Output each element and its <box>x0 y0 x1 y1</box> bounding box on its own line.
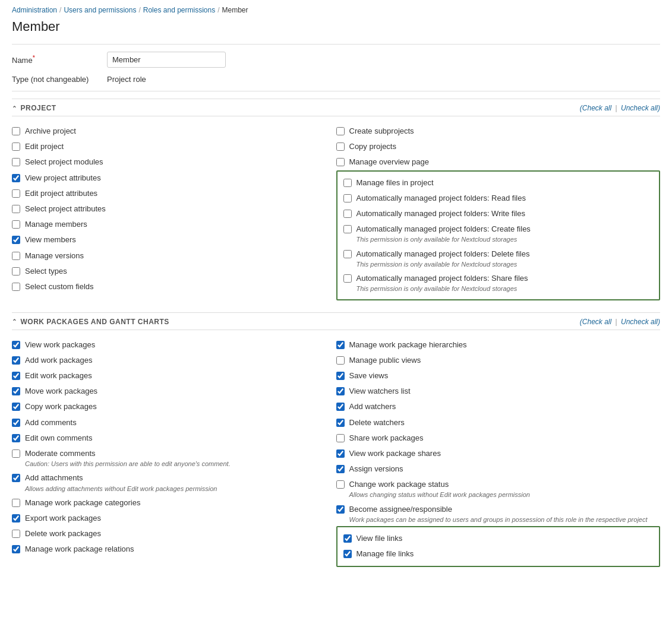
name-input-container <box>107 52 226 68</box>
checkbox-manage_versions[interactable] <box>12 252 20 260</box>
checkbox-manage_files_in_project[interactable] <box>343 179 352 187</box>
perm-label-manage_overview_page: Manage overview page <box>349 157 429 167</box>
breadcrumb-users-permissions[interactable]: Users and permissions <box>64 6 136 14</box>
perm-label-auto_managed_share: Automatically managed project folders: S… <box>356 273 528 284</box>
breadcrumb-admin[interactable]: Administration <box>12 6 57 14</box>
perm-item-export_work_packages: Export work packages <box>12 511 336 526</box>
checkbox-share_work_packages[interactable] <box>336 434 345 442</box>
checkbox-delete_watchers[interactable] <box>336 419 345 427</box>
perm-label-manage_wp_hierarchies: Manage work package hierarchies <box>349 340 467 350</box>
checkbox-assign_versions[interactable] <box>336 465 345 473</box>
perm-item-add_work_packages: Add work packages <box>12 353 336 368</box>
perm-label-edit_project: Edit project <box>25 141 64 152</box>
perm-item-become_assignee: Become assignee/responsibleWork packages… <box>336 502 661 526</box>
checkbox-create_subprojects[interactable] <box>336 127 345 135</box>
perm-item-view_work_packages: View work packages <box>12 337 336 353</box>
name-input[interactable] <box>107 52 226 68</box>
uncheck-all-work_packages[interactable]: Uncheck all) <box>621 318 660 326</box>
checkbox-view_work_packages[interactable] <box>12 341 20 349</box>
perm-label-add_attachments: Add attachments <box>25 473 217 483</box>
type-value: Project role <box>107 75 146 84</box>
checkbox-auto_managed_delete[interactable] <box>343 250 352 258</box>
checkbox-change_wp_status[interactable] <box>336 480 345 489</box>
perm-item-view_wp_shares: View work package shares <box>336 446 661 461</box>
breadcrumb-roles-permissions[interactable]: Roles and permissions <box>143 6 215 14</box>
checkbox-add_attachments[interactable] <box>12 474 20 482</box>
perm-item-manage_overview_page: Manage overview page <box>336 154 661 170</box>
form-divider <box>12 91 660 91</box>
section-actions-work_packages: (Check all | Uncheck all) <box>580 318 660 326</box>
perm-item-change_wp_status: Change work package statusAllows changin… <box>336 477 661 501</box>
checkbox-view_file_links[interactable] <box>343 534 352 543</box>
perm-item-manage_versions: Manage versions <box>12 248 336 264</box>
check-all-work_packages[interactable]: (Check all <box>580 318 611 326</box>
checkbox-edit_project[interactable] <box>12 142 20 151</box>
checkbox-select_types[interactable] <box>12 267 20 276</box>
name-field-row: Name* <box>12 52 660 68</box>
checkbox-add_comments[interactable] <box>12 419 20 427</box>
checkbox-auto_managed_write[interactable] <box>343 210 352 218</box>
perm-label-auto_managed_write: Automatically managed project folders: W… <box>356 208 525 219</box>
checkbox-manage_file_links[interactable] <box>343 550 352 558</box>
perm-item-manage_files_in_project: Manage files in project <box>343 175 654 191</box>
perm-item-add_attachments: Add attachmentsAllows adding attachments… <box>12 470 336 495</box>
perm-label-select_custom_fields: Select custom fields <box>25 281 94 292</box>
perm-label-view_members: View members <box>25 235 76 245</box>
checkbox-manage_members[interactable] <box>12 220 20 229</box>
perm-label-auto_managed_delete: Automatically managed project folders: D… <box>356 249 530 259</box>
checkbox-move_work_packages[interactable] <box>12 387 20 395</box>
perm-label-manage_members: Manage members <box>25 219 87 230</box>
checkbox-archive_project[interactable] <box>12 127 20 135</box>
checkbox-add_watchers[interactable] <box>336 403 345 411</box>
perm-label-change_wp_status: Change work package status <box>349 479 530 490</box>
checkbox-select_project_attributes[interactable] <box>12 205 20 213</box>
checkbox-manage_overview_page[interactable] <box>336 158 345 166</box>
uncheck-all-project[interactable]: Uncheck all) <box>621 104 660 112</box>
perm-item-moderate_comments: Moderate commentsCaution: Users with thi… <box>12 446 336 470</box>
perm-item-auto_managed_share: Automatically managed project folders: S… <box>343 271 654 295</box>
checkbox-manage_wp_categories[interactable] <box>12 499 20 507</box>
permissions-grid-work_packages: View work packagesAdd work packagesEdit … <box>12 337 660 567</box>
checkbox-delete_work_packages[interactable] <box>12 530 20 538</box>
perm-item-add_watchers: Add watchers <box>336 399 661 414</box>
checkbox-edit_own_comments[interactable] <box>12 434 20 442</box>
checkbox-manage_wp_hierarchies[interactable] <box>336 341 345 349</box>
checkbox-copy_work_packages[interactable] <box>12 403 20 411</box>
checkbox-edit_project_attributes[interactable] <box>12 189 20 198</box>
checkbox-manage_public_views[interactable] <box>336 356 345 365</box>
checkbox-auto_managed_read[interactable] <box>343 194 352 202</box>
checkbox-save_views[interactable] <box>336 372 345 380</box>
checkbox-auto_managed_share[interactable] <box>343 274 352 283</box>
perm-note-auto_managed_share: This permission is only available for Ne… <box>356 284 528 293</box>
checkbox-moderate_comments[interactable] <box>12 449 20 458</box>
perm-item-save_views: Save views <box>336 368 661 384</box>
checkbox-manage_wp_relations[interactable] <box>12 545 20 553</box>
checkbox-auto_managed_create[interactable] <box>343 225 352 233</box>
checkbox-view_members[interactable] <box>12 236 20 244</box>
perm-note-add_attachments: Allows adding attachments without Edit w… <box>25 484 217 493</box>
perm-label-add_comments: Add comments <box>25 417 77 428</box>
perm-item-copy_projects: Copy projects <box>336 139 661 154</box>
perm-label-archive_project: Archive project <box>25 126 76 137</box>
checkbox-select_custom_fields[interactable] <box>12 283 20 291</box>
perm-item-create_subprojects: Create subprojects <box>336 124 661 139</box>
section-actions-project: (Check all | Uncheck all) <box>580 104 660 112</box>
highlighted-block-project-3: Manage files in projectAutomatically man… <box>336 170 661 300</box>
perm-item-edit_project_attributes: Edit project attributes <box>12 186 336 201</box>
checkbox-copy_projects[interactable] <box>336 142 345 151</box>
perm-label-copy_projects: Copy projects <box>349 141 396 152</box>
checkbox-edit_work_packages[interactable] <box>12 372 20 380</box>
section-header-project: ⌃ PROJECT(Check all | Uncheck all) <box>12 99 660 116</box>
checkbox-view_project_attributes[interactable] <box>12 174 20 182</box>
perm-item-select_project_modules: Select project modules <box>12 154 336 170</box>
checkbox-view_wp_shares[interactable] <box>336 449 345 458</box>
checkbox-add_work_packages[interactable] <box>12 356 20 365</box>
perm-item-manage_wp_hierarchies: Manage work package hierarchies <box>336 337 661 353</box>
perm-item-manage_public_views: Manage public views <box>336 353 661 368</box>
check-all-project[interactable]: (Check all <box>580 104 611 112</box>
perm-item-move_work_packages: Move work packages <box>12 384 336 399</box>
checkbox-view_watchers_list[interactable] <box>336 387 345 395</box>
checkbox-select_project_modules[interactable] <box>12 158 20 166</box>
checkbox-become_assignee[interactable] <box>336 505 345 514</box>
checkbox-export_work_packages[interactable] <box>12 514 20 522</box>
